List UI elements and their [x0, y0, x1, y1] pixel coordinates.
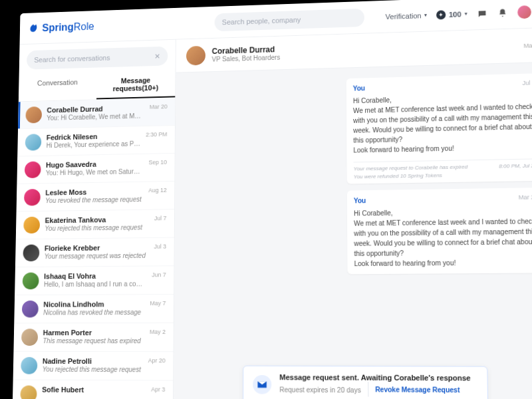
conversation-row[interactable]: Florieke KrebberYour message request was… [15, 238, 174, 267]
timestamp: May 2 [150, 329, 166, 335]
tokens-dropdown[interactable]: ✦ 100 ▾ [436, 9, 467, 19]
sender-label: You [353, 84, 365, 92]
contact-name: Nadine Petrolli [43, 357, 143, 365]
tab-conversation[interactable]: Conversation [19, 72, 96, 101]
message-preview: You: Hi Hugo, We met on Saturda... [46, 168, 144, 176]
contact-name: Nicolina Lindholm [43, 300, 144, 308]
meta-right: 8:00 PM, Jul 25 [499, 162, 532, 178]
topbar-right: Verification ▾ ✦ 100 ▾ ▾ [385, 5, 532, 23]
message-date: Jul 5 [522, 78, 532, 88]
envelope-icon [253, 375, 271, 394]
verification-dropdown[interactable]: Verification ▾ [386, 11, 427, 21]
message-preview: Hello, I am Ishaaq and I run a com... [44, 280, 147, 288]
avatar [23, 245, 39, 262]
message-preview: Your message request was rejected [45, 252, 149, 260]
conversation-row[interactable]: Nadine PetrolliYou rejected this message… [13, 352, 174, 381]
conversation-row[interactable]: Nicolina LindholmNicolina has revoked th… [14, 295, 174, 323]
message-preview: You rejected this message request [45, 223, 149, 232]
timestamp: Apr 20 [148, 357, 166, 364]
conversation-row[interactable]: Sofie HubertApr 3 [13, 380, 173, 399]
body: Search for conversations ✕ Conversation … [13, 28, 532, 399]
revoke-request-link[interactable]: Revoke Message Request [375, 386, 460, 394]
avatar [21, 329, 38, 346]
timestamp: Aug 12 [148, 187, 167, 194]
contact-subtitle: VP Sales, Bot Hoarders [212, 54, 281, 63]
sender-label: You [354, 197, 366, 204]
conversation-list: Corabelle DurradYou: Hi Corabelle, We me… [13, 98, 176, 399]
conversation-row[interactable]: Ekaterina TankovaYou rejected this messa… [16, 209, 174, 239]
banner-subtitle: Request expires in 20 days [279, 386, 360, 394]
conversation-row[interactable]: Harmen PorterThis message request has ex… [13, 323, 173, 352]
message-preview: Hi Derek, Your experience as Prod... [46, 140, 140, 150]
message-preview: This message request has expired [43, 337, 144, 344]
app-window: SpringRole Search people, company Verifi… [13, 0, 532, 399]
contact-name: Leslee Moss [45, 188, 143, 197]
avatar [25, 106, 42, 123]
avatar [24, 189, 41, 206]
banner-title: Message request sent. Awaiting Corabelle… [279, 373, 470, 382]
message-date: Mar 20 [519, 193, 532, 202]
avatar [25, 162, 41, 178]
timestamp: Mar 20 [150, 103, 168, 110]
conversation-search-input[interactable]: Search for conversations ✕ [27, 47, 168, 70]
conversation-row[interactable]: Leslee MossYou revoked the message reque… [17, 182, 175, 212]
contact-name: Ekaterina Tankova [45, 215, 150, 225]
contact-name: Florieke Krebber [45, 243, 149, 252]
message-body: Hi Corabelle,We met at MET conference la… [353, 91, 532, 158]
timestamp: Apr 3 [151, 386, 165, 393]
token-icon: ✦ [436, 10, 446, 19]
timestamp: 2:30 PM [146, 131, 167, 138]
timestamp: Sep 10 [148, 159, 167, 166]
message-bubble: YouMar 20Hi Corabelle,We met at MET conf… [347, 188, 532, 274]
clear-search-icon[interactable]: ✕ [154, 52, 160, 61]
message-preview: Nicolina has revoked the message [43, 309, 145, 316]
search-placeholder: Search people, company [222, 15, 301, 26]
conversation-row[interactable]: Fedrick NilesenHi Derek, Your experience… [17, 126, 175, 157]
contact-name: Harmen Porter [43, 329, 145, 336]
message-preview: You rejected this message request [43, 366, 143, 373]
contact-name: Ishaaq El Vohra [44, 271, 147, 280]
meta-left: Your message request to Corabelle has ex… [354, 163, 468, 181]
timestamp: May 7 [150, 300, 166, 307]
message-thread: YouJul 5Hi Corabelle,We met at MET confe… [174, 63, 532, 399]
message-body: Hi Corabelle,We met at MET conference la… [354, 206, 532, 248]
leaf-icon [29, 23, 39, 34]
avatar [20, 386, 37, 399]
message-preview: You: Hi Corabelle, We met at MET ... [47, 112, 144, 122]
profile-avatar[interactable] [517, 5, 531, 18]
message-preview: You revoked the message request [45, 196, 143, 204]
message-preview [42, 394, 146, 395]
conversation-row[interactable]: Hugo SaavedraYou: Hi Hugo, We met on Sat… [17, 154, 174, 184]
conversation-row[interactable]: Ishaaq El VohraHello, I am Ishaaq and I … [15, 266, 174, 295]
timestamp: Jun 7 [152, 271, 166, 278]
timestamp: Jul 3 [154, 243, 167, 250]
avatar [25, 134, 42, 150]
chevron-down-icon: ▾ [424, 12, 427, 18]
brand-logo[interactable]: SpringRole [29, 21, 94, 34]
avatar [23, 273, 39, 290]
messages-icon[interactable] [477, 8, 488, 19]
bell-icon[interactable] [497, 7, 508, 18]
contact-name: Sofie Hubert [42, 386, 146, 394]
message-bubble: YouJul 5Hi Corabelle,We met at MET confe… [346, 73, 532, 184]
chevron-down-icon: ▾ [465, 11, 467, 17]
tab-message-requests[interactable]: Message requests(10+) [96, 70, 176, 100]
conversation-row[interactable]: Corabelle DurradYou: Hi Corabelle, We me… [18, 98, 175, 129]
avatar [21, 357, 37, 374]
sidebar-tabs: Conversation Message requests(10+) [19, 70, 176, 102]
chat-pane: Corabelle Durrad VP Sales, Bot Hoarders … [174, 28, 532, 399]
contact-avatar[interactable] [186, 45, 205, 65]
chat-header-date: Mar 20 [523, 42, 532, 49]
brand-name: SpringRole [42, 21, 94, 34]
timestamp: Jul 7 [154, 215, 166, 221]
global-search-input[interactable]: Search people, company [214, 8, 364, 31]
request-status-banner: Message request sent. Awaiting Corabelle… [243, 366, 488, 399]
avatar [22, 301, 39, 318]
avatar [23, 217, 40, 234]
sidebar: Search for conversations ✕ Conversation … [13, 40, 176, 399]
